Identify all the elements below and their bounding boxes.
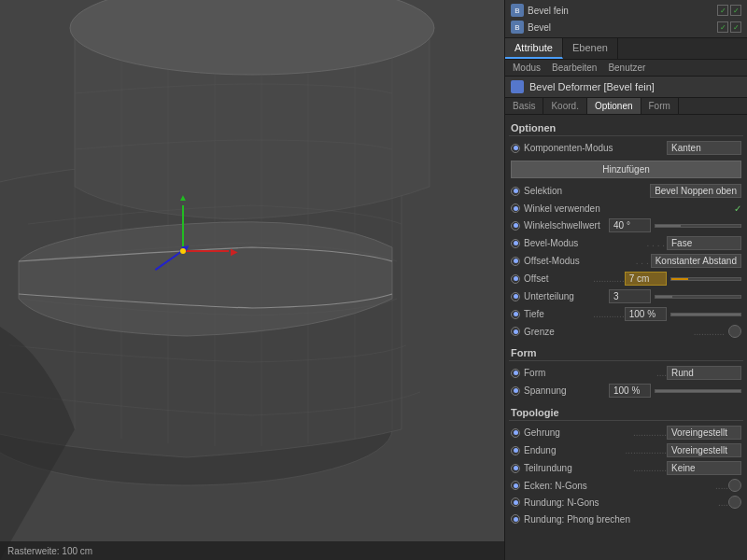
object-name-bevel: Bevel xyxy=(528,22,717,33)
dots-tiefe: ............ xyxy=(593,309,624,319)
winkel-checkmark: ✓ xyxy=(734,203,741,214)
viewport-status-bar: Rasterweite: 100 cm xyxy=(0,541,504,560)
value-selektion[interactable]: Bevel Noppen oben xyxy=(650,184,741,198)
value-offset-modus[interactable]: Konstanter Abstand xyxy=(651,254,741,268)
tab-attribute[interactable]: Attribute xyxy=(505,38,563,59)
sub-menu: Modus Bearbeiten Benutzer xyxy=(505,60,747,77)
status-text: Rasterweite: 100 cm xyxy=(7,546,92,556)
dots-teilrundung: ............. xyxy=(633,463,667,473)
check-render-bevel-fein[interactable]: ✓ xyxy=(730,5,741,16)
value-gehrung[interactable]: Voreingestellt xyxy=(667,426,741,440)
value-teilrundung[interactable]: Keine xyxy=(667,461,741,475)
radio-spannung[interactable] xyxy=(511,386,520,396)
right-panel: B Bevel fein ✓ ✓ B Bevel ✓ ✓ Attribute E… xyxy=(504,0,747,560)
value-endung[interactable]: Voreingestellt xyxy=(667,443,741,457)
input-winkelschwellwert[interactable]: 40 ° xyxy=(609,218,651,232)
radio-komponenten[interactable] xyxy=(511,144,520,153)
label-selektion: Selektion xyxy=(524,186,650,196)
radio-grenze[interactable] xyxy=(511,327,520,336)
prop-offset: Offset ............ 7 cm xyxy=(509,270,743,287)
input-unterteilung[interactable]: 3 xyxy=(609,289,651,303)
radio-form[interactable] xyxy=(511,369,520,378)
object-row-bevel-fein[interactable]: B Bevel fein ✓ ✓ xyxy=(509,2,743,19)
slider-offset[interactable] xyxy=(670,277,741,281)
properties-content: Optionen Komponenten-Modus Kanten Hinzuf… xyxy=(505,115,747,560)
rundung-ngons-toggle[interactable] xyxy=(728,496,741,509)
sub-menu-modus[interactable]: Modus xyxy=(509,62,544,74)
value-komponenten[interactable]: Kanten xyxy=(667,141,741,155)
value-form[interactable]: Rund xyxy=(667,366,741,380)
btn-hinzufugen[interactable]: Hinzufügen xyxy=(511,161,741,178)
radio-offset-modus[interactable] xyxy=(511,257,520,266)
dots-ecken-ngons: ..... xyxy=(715,481,728,491)
slider-spannung[interactable] xyxy=(655,389,741,393)
radio-endung[interactable] xyxy=(511,446,520,455)
input-offset[interactable]: 7 cm xyxy=(625,272,667,286)
tab-ebenen[interactable]: Ebenen xyxy=(563,38,618,59)
radio-tiefe[interactable] xyxy=(511,310,520,319)
radio-offset[interactable] xyxy=(511,274,520,284)
prop-rundung-phong: Rundung: Phong brechen xyxy=(509,511,743,527)
label-offset-modus: Offset-Modus xyxy=(524,256,634,266)
grenze-toggle[interactable] xyxy=(728,325,741,338)
prop-endung: Endung ................ Voreingestellt xyxy=(509,441,743,459)
prop-tab-form[interactable]: Form xyxy=(641,98,679,114)
radio-rundung-phong[interactable] xyxy=(511,514,520,524)
label-endung: Endung xyxy=(524,445,626,455)
object-checks-bevel-fein: ✓ ✓ xyxy=(717,5,741,16)
object-row-bevel[interactable]: B Bevel ✓ ✓ xyxy=(509,19,743,35)
object-name-bevel-fein: Bevel fein xyxy=(528,6,717,16)
slider-winkelschwellwert[interactable] xyxy=(655,224,741,228)
prop-tab-optionen[interactable]: Optionen xyxy=(587,98,641,114)
radio-unterteilung[interactable] xyxy=(511,292,520,301)
label-form: Form xyxy=(524,368,656,378)
dots-offset-modus: . . . xyxy=(636,256,649,266)
transform-gizmo[interactable] xyxy=(149,205,224,280)
label-grenze: Grenze xyxy=(524,327,694,337)
radio-ecken-ngons[interactable] xyxy=(511,481,520,490)
value-bevel-modus[interactable]: Fase xyxy=(667,236,741,250)
section-optionen: Optionen xyxy=(509,119,743,136)
check-visibility-bevel-fein[interactable]: ✓ xyxy=(717,5,728,16)
label-komponenten: Komponenten-Modus xyxy=(524,143,667,153)
input-tiefe[interactable]: 100 % xyxy=(625,307,667,321)
object-icon-bevel: B xyxy=(511,21,524,34)
prop-tab-koord[interactable]: Koord. xyxy=(543,98,586,114)
sub-menu-benutzer[interactable]: Benutzer xyxy=(604,62,649,74)
slider-tiefe[interactable] xyxy=(670,313,741,316)
radio-rundung-ngons[interactable] xyxy=(511,497,520,507)
objects-list: B Bevel fein ✓ ✓ B Bevel ✓ ✓ xyxy=(505,0,747,38)
btn-row-hinzufugen: Hinzufügen xyxy=(509,157,743,182)
section-form: Form xyxy=(509,343,743,361)
property-tabs: Basis Koord. Optionen Form xyxy=(505,98,747,115)
radio-winkel[interactable] xyxy=(511,203,520,213)
sub-menu-bearbeiten[interactable]: Bearbeiten xyxy=(548,62,600,74)
ecken-ngons-toggle[interactable] xyxy=(728,479,741,492)
section-topologie: Topologie xyxy=(509,403,743,421)
prop-grenze: Grenze ............ xyxy=(509,323,743,340)
prop-tab-basis[interactable]: Basis xyxy=(505,98,543,114)
prop-ecken-ngons: Ecken: N-Gons ..... xyxy=(509,477,743,494)
dots-rundung-ngons: .... xyxy=(718,497,728,508)
label-rundung-ngons: Rundung: N-Gons xyxy=(524,497,718,508)
dots-bevel-modus: . . . . xyxy=(647,238,665,248)
prop-bevel-modus: Bevel-Modus . . . . Fase xyxy=(509,234,743,252)
check-visibility-bevel[interactable]: ✓ xyxy=(717,21,728,33)
radio-selektion[interactable] xyxy=(511,187,520,196)
slider-unterteilung[interactable] xyxy=(655,295,741,299)
radio-winkelschwellwert[interactable] xyxy=(511,221,520,231)
radio-gehrung[interactable] xyxy=(511,428,520,438)
input-spannung[interactable]: 100 % xyxy=(609,384,651,398)
label-offset: Offset xyxy=(524,273,593,284)
radio-teilrundung[interactable] xyxy=(511,464,520,473)
object-icon-bevel-fein: B xyxy=(511,4,524,17)
gizmo-z-axis[interactable] xyxy=(155,250,183,271)
prop-rundung-ngons: Rundung: N-Gons .... xyxy=(509,494,743,511)
main-layout: Rasterweite: 100 cm B Bevel fein ✓ ✓ B B… xyxy=(0,0,747,560)
object-checks-bevel: ✓ ✓ xyxy=(717,21,741,33)
object-header-title: Bevel Deformer [Bevel fein] xyxy=(529,81,655,92)
radio-bevel-modus[interactable] xyxy=(511,239,520,248)
prop-tiefe: Tiefe ............ 100 % xyxy=(509,305,743,323)
check-render-bevel[interactable]: ✓ xyxy=(730,21,741,33)
viewport[interactable]: Rasterweite: 100 cm xyxy=(0,0,504,560)
